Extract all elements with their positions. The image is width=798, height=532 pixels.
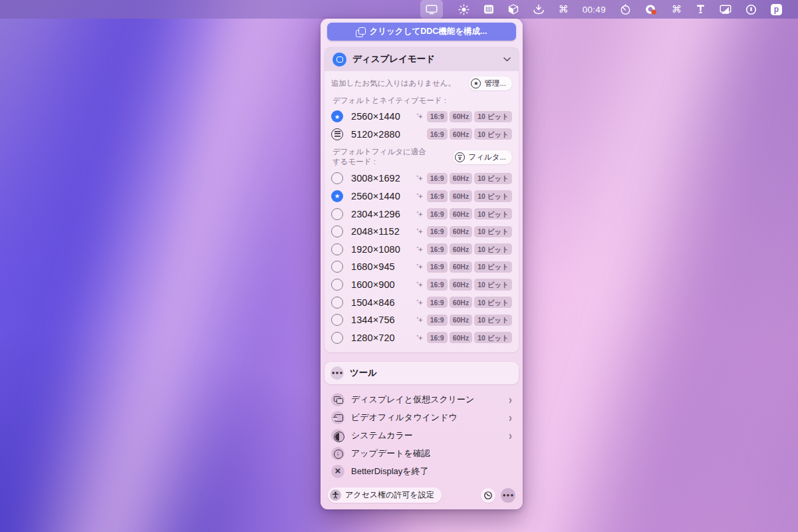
letter-t-icon[interactable] [696, 0, 706, 19]
set-permissions-button[interactable]: アクセス権の許可を設定 [328, 487, 442, 503]
tools-list: ディスプレイと仮想スクリーン › ビデオフィルタウインドウ › システムカラー … [327, 390, 517, 480]
timer-circle-button[interactable] [481, 488, 495, 503]
swirl-red-badge-icon[interactable] [645, 0, 658, 19]
display-mode-row[interactable]: 1344×756 16:9 60Hz 10 ビット [331, 311, 512, 329]
display-mode-icon [332, 53, 346, 66]
display-mode-row[interactable]: 1280×720 16:9 60Hz 10 ビット [331, 329, 512, 347]
mode-resolution-label: 5120×2880 [351, 129, 400, 140]
mode-resolution-label: 2304×1296 [351, 209, 400, 219]
mode-badges: 16:9 60Hz 10 ビット [416, 297, 512, 308]
mode-state-icon [331, 128, 343, 140]
circle-slot-icon[interactable] [745, 0, 757, 19]
display-mode-row[interactable]: 5120×2880 16:9 60Hz 10 ビット [331, 126, 512, 144]
display-arrow-icon[interactable] [720, 0, 732, 19]
bit-depth-badge: 10 ビット [474, 332, 512, 343]
filter-button[interactable]: フィルタ... [453, 150, 512, 164]
tool-label: ディスプレイと仮想スクリーン [351, 394, 474, 406]
betterdisplay-menu-panel: クリックしてDDC機能を構成... ディスプレイモード 追加したお気に入りはあり… [321, 19, 523, 509]
mode-resolution-label: 1600×900 [351, 279, 395, 290]
display-mode-row[interactable]: 2560×1440 16:9 60Hz 10 ビット [331, 108, 512, 126]
mode-state-icon [331, 208, 343, 220]
hidpi-sparkle-icon [416, 210, 424, 218]
refresh-rate-badge: 60Hz [450, 315, 473, 326]
clock-hands-icon [483, 491, 493, 500]
configure-ddc-button[interactable]: クリックしてDDC機能を構成... [327, 23, 516, 41]
mode-state-icon [331, 261, 343, 273]
filter-modes-label: デフォルトフィルタに適合 するモード : [331, 147, 426, 167]
aspect-ratio-badge: 16:9 [427, 261, 448, 273]
mode-badges: 16:9 60Hz 10 ビット [416, 173, 512, 184]
mode-state-icon [331, 172, 343, 184]
tools-title: ツール [350, 367, 377, 379]
aspect-ratio-badge: 16:9 [427, 297, 448, 308]
tool-menu-item[interactable]: アップデートを確認 › [327, 444, 517, 462]
refresh-rate-badge: 60Hz [450, 243, 473, 255]
favorites-row: 追加したお気に入りはありません。 ★ 管理... [331, 74, 512, 92]
native-modes-label: デフォルトとネイティブモード : [331, 96, 512, 106]
mode-resolution-label: 1504×846 [351, 297, 395, 308]
refresh-rate-badge: 60Hz [450, 128, 473, 140]
aspect-ratio-badge: 16:9 [427, 279, 448, 290]
brightness-sun-icon[interactable] [458, 0, 469, 19]
mode-badges: 16:9 60Hz 10 ビット [416, 111, 512, 122]
tool-icon [331, 447, 344, 460]
bit-depth-badge: 10 ビット [474, 190, 512, 201]
betterdisplay-menubar-display-icon[interactable] [420, 0, 443, 19]
display-mode-row[interactable]: 1680×945 16:9 60Hz 10 ビット [331, 258, 512, 276]
bit-depth-badge: 10 ビット [474, 279, 512, 290]
mode-badges: 16:9 60Hz 10 ビット [416, 261, 512, 273]
bit-depth-badge: 10 ビット [474, 128, 512, 140]
manage-favorites-label: 管理... [484, 78, 506, 88]
bit-depth-badge: 10 ビット [474, 243, 512, 255]
panel-footer: アクセス権の許可を設定 ●●● [325, 487, 519, 503]
native-modes-list: 2560×1440 16:9 60Hz 10 ビット 5120×2880 16:… [331, 108, 512, 143]
bit-depth-badge: 10 ビット [474, 261, 512, 273]
refresh-rate-badge: 60Hz [450, 279, 473, 290]
menubar-clock[interactable]: 00:49 [583, 0, 606, 19]
refresh-rate-badge: 60Hz [450, 190, 473, 201]
mode-resolution-label: 1680×945 [351, 261, 395, 272]
tools-header[interactable]: ●●● ツール [325, 362, 519, 384]
tool-icon [331, 411, 344, 424]
tools-ellipsis-icon: ●●● [331, 366, 344, 380]
display-mode-row[interactable]: 2560×1440 16:9 60Hz 10 ビット [331, 188, 512, 205]
command-key-icon[interactable]: ⌘ [559, 0, 569, 19]
more-options-button[interactable]: ●●● [501, 488, 515, 503]
tool-menu-item[interactable]: BetterDisplayを終了 › [327, 462, 517, 480]
chevron-right-icon: › [509, 430, 512, 442]
hidpi-sparkle-icon [416, 263, 424, 271]
display-mode-row[interactable]: 2304×1296 16:9 60Hz 10 ビット [331, 205, 512, 223]
command-key-icon[interactable]: ⌘ [672, 0, 682, 19]
bit-depth-badge: 10 ビット [474, 111, 512, 122]
tool-menu-item[interactable]: ディスプレイと仮想スクリーン › [327, 390, 517, 408]
display-mode-row[interactable]: 1504×846 16:9 60Hz 10 ビット [331, 293, 512, 311]
mode-badges: 16:9 60Hz 10 ビット [416, 243, 512, 255]
mode-resolution-label: 2048×1152 [351, 226, 400, 237]
vertical-bars-icon[interactable] [483, 0, 494, 19]
timer-icon[interactable] [620, 0, 631, 19]
aspect-ratio-badge: 16:9 [427, 190, 448, 201]
display-mode-row[interactable]: 2048×1152 16:9 60Hz 10 ビット [331, 223, 512, 241]
mode-resolution-label: 2560×1440 [351, 111, 400, 122]
tool-menu-item[interactable]: ビデオフィルタウインドウ › [327, 408, 517, 426]
set-permissions-label: アクセス権の許可を設定 [345, 489, 434, 501]
tool-label: アップデートを確認 [351, 448, 430, 460]
download-tray-icon[interactable] [533, 0, 545, 19]
configure-ddc-label: クリックしてDDC機能を構成... [369, 26, 487, 37]
chevron-right-icon: › [509, 394, 512, 406]
letter-p-icon[interactable]: p [771, 4, 782, 15]
tool-menu-item[interactable]: システムカラー › [327, 426, 517, 444]
hidpi-sparkle-icon [416, 112, 424, 120]
mode-state-icon [331, 297, 343, 309]
bit-depth-badge: 10 ビット [474, 226, 512, 237]
chevron-down-icon [503, 57, 511, 62]
display-mode-row[interactable]: 3008×1692 16:9 60Hz 10 ビット [331, 170, 512, 188]
manage-favorites-button[interactable]: ★ 管理... [469, 76, 512, 90]
bit-depth-badge: 10 ビット [474, 173, 512, 184]
display-mode-row[interactable]: 1600×900 16:9 60Hz 10 ビット [331, 276, 512, 294]
display-mode-row[interactable]: 1920×1080 16:9 60Hz 10 ビット [331, 241, 512, 259]
cube-icon[interactable] [508, 0, 519, 19]
mode-badges: 16:9 60Hz 10 ビット [416, 208, 512, 219]
display-mode-title: ディスプレイモード [352, 53, 435, 65]
display-mode-header[interactable]: ディスプレイモード [325, 47, 519, 71]
